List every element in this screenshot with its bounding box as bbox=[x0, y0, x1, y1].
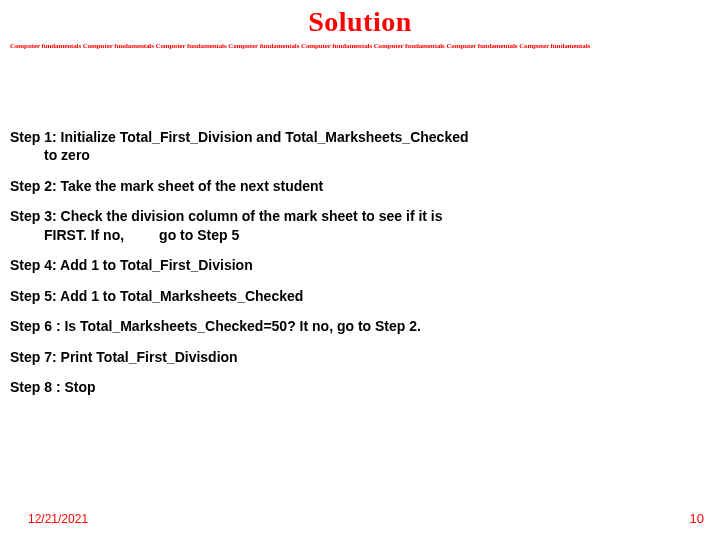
step-text: Step 3: Check the division column of the… bbox=[10, 208, 443, 224]
step-1: Step 1: Initialize Total_First_Division … bbox=[10, 128, 710, 165]
step-4: Step 4: Add 1 to Total_First_Division bbox=[10, 256, 710, 274]
step-2: Step 2: Take the mark sheet of the next … bbox=[10, 177, 710, 195]
slide-body: Step 1: Initialize Total_First_Division … bbox=[10, 128, 710, 397]
step-7: Step 7: Print Total_First_Divisdion bbox=[10, 348, 710, 366]
step-text: Step 1: Initialize Total_First_Division … bbox=[10, 129, 469, 145]
step-text: Step 5: Add 1 to Total_Marksheets_Checke… bbox=[10, 288, 303, 304]
step-3: Step 3: Check the division column of the… bbox=[10, 207, 710, 244]
step-text: Step 8 : Stop bbox=[10, 379, 96, 395]
slide-title: Solution bbox=[10, 6, 710, 38]
tagline: Computer fundamentals Computer fundament… bbox=[10, 42, 710, 50]
slide: Solution Computer fundamentals Computer … bbox=[0, 0, 720, 540]
step-text: Step 4: Add 1 to Total_First_Division bbox=[10, 257, 253, 273]
step-text-cont: FIRST. If no, go to Step 5 bbox=[10, 226, 710, 244]
footer-page-number: 10 bbox=[690, 511, 704, 526]
step-8: Step 8 : Stop bbox=[10, 378, 710, 396]
step-text: Step 7: Print Total_First_Divisdion bbox=[10, 349, 238, 365]
step-text: Step 2: Take the mark sheet of the next … bbox=[10, 178, 323, 194]
footer-date: 12/21/2021 bbox=[28, 512, 88, 526]
step-text-cont: to zero bbox=[10, 146, 710, 164]
step-5: Step 5: Add 1 to Total_Marksheets_Checke… bbox=[10, 287, 710, 305]
step-text: Step 6 : Is Total_Marksheets_Checked=50?… bbox=[10, 318, 421, 334]
step-6: Step 6 : Is Total_Marksheets_Checked=50?… bbox=[10, 317, 710, 335]
